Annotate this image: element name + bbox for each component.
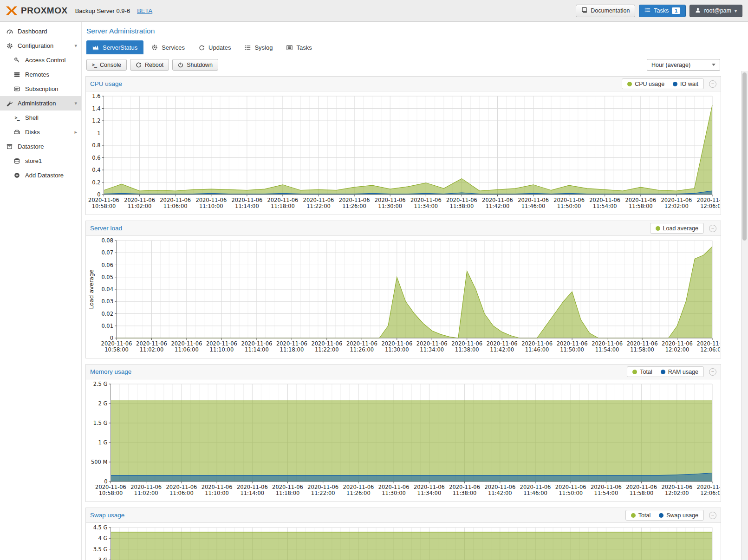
sidebar-item-configuration[interactable]: Configuration ▾ [0, 39, 81, 53]
svg-text:1 G: 1 G [98, 439, 108, 446]
legend-label: CPU usage [635, 81, 664, 87]
sidebar-item-label: store1 [25, 157, 42, 164]
collapse-icon[interactable]: − [709, 512, 716, 519]
beta-link[interactable]: BETA [137, 7, 152, 14]
scrollbar-thumb[interactable] [742, 72, 747, 241]
svg-text:11:50:00: 11:50:00 [559, 490, 583, 496]
legend-label: Total [640, 369, 652, 375]
chevron-down-icon[interactable]: ▾ [74, 100, 77, 106]
svg-text:0.6: 0.6 [92, 155, 100, 161]
panel-body: 00.20.40.60.811.21.41.62020-11-0610:58:0… [86, 91, 721, 215]
tab-updates[interactable]: Updates [193, 40, 237, 54]
console-button[interactable]: >_ Console [86, 59, 127, 71]
memory-usage-chart: 0500 M1 G1.5 G2 G2.5 G2020-11-0610:58:00… [87, 380, 720, 501]
sidebar-item-shell[interactable]: >_ Shell [0, 111, 81, 125]
svg-text:11:38:00: 11:38:00 [450, 203, 474, 209]
reboot-label: Reboot [145, 62, 163, 68]
terminal-icon: >_ [13, 115, 21, 120]
chart-legend: CPU usage IO wait [622, 78, 704, 89]
key-icon [13, 57, 21, 63]
svg-text:2020-11-06: 2020-11-06 [231, 197, 262, 203]
chevron-down-icon[interactable]: ▾ [74, 43, 77, 49]
svg-text:2020-11-06: 2020-11-06 [553, 197, 585, 203]
tasks-button[interactable]: Tasks 1 [639, 5, 686, 17]
sidebar-item-remotes[interactable]: Remotes [0, 67, 81, 82]
sidebar-item-add-datastore[interactable]: Add Datastore [0, 168, 81, 182]
archive-icon [6, 143, 13, 150]
tab-bar: ServerStatus Services Updates Syslog Tas… [86, 40, 721, 54]
panel-header: Swap usage Total Swap usage − [86, 508, 721, 523]
user-menu-button[interactable]: root@pam ▾ [689, 5, 742, 17]
legend-dot [631, 513, 636, 518]
svg-text:11:26:00: 11:26:00 [342, 203, 366, 209]
legend-label: Swap usage [666, 512, 698, 519]
sidebar-item-subscription[interactable]: Subscription [0, 82, 81, 96]
svg-text:2 G: 2 G [98, 400, 108, 407]
sidebar-item-administration[interactable]: Administration ▾ [0, 96, 81, 111]
tab-label: ServerStatus [103, 44, 137, 51]
sidebar-item-disks[interactable]: Disks ▸ [0, 125, 81, 139]
svg-text:1.5 G: 1.5 G [93, 420, 108, 426]
svg-text:11:58:00: 11:58:00 [630, 346, 654, 353]
top-bar: PROXMOX Backup Server 0.9-6 BETA Documen… [0, 0, 748, 22]
svg-text:11:38:00: 11:38:00 [453, 490, 477, 496]
svg-text:11:10:00: 11:10:00 [199, 203, 223, 209]
collapse-icon[interactable]: − [709, 368, 716, 376]
refresh-icon [199, 45, 205, 51]
tab-services[interactable]: Services [145, 40, 191, 54]
chart-legend: Total Swap usage [625, 510, 704, 521]
legend-item: Swap usage [659, 512, 698, 519]
panel-server-load: Server load Load average − 00.010.020.03… [85, 221, 721, 358]
svg-text:3.5 G: 3.5 G [93, 546, 108, 553]
svg-text:11:58:00: 11:58:00 [629, 203, 653, 209]
sidebar-item-dashboard[interactable]: Dashboard [0, 24, 81, 39]
collapse-icon[interactable]: − [709, 225, 716, 232]
svg-text:2020-11-06: 2020-11-06 [124, 197, 155, 203]
scrollbar[interactable] [741, 71, 748, 560]
legend-item: IO wait [673, 81, 698, 87]
product-version: Backup Server 0.9-6 [75, 7, 130, 14]
tab-serverstatus[interactable]: ServerStatus [86, 40, 143, 54]
svg-text:11:26:00: 11:26:00 [350, 346, 374, 353]
timerange-select[interactable]: Hour (average) [647, 59, 720, 71]
svg-text:11:30:00: 11:30:00 [382, 490, 406, 496]
sidebar-item-label: Dashboard [18, 28, 47, 35]
panel-memory-usage: Memory usage Total RAM usage − [85, 364, 721, 502]
legend-label: Total [638, 512, 650, 519]
tab-tasks[interactable]: Tasks [280, 40, 318, 54]
tab-label: Tasks [296, 44, 312, 51]
legend-dot [659, 513, 663, 518]
svg-text:11:18:00: 11:18:00 [276, 490, 300, 496]
reboot-button[interactable]: Reboot [130, 59, 169, 71]
svg-text:0.05: 0.05 [101, 274, 113, 280]
svg-text:2020-11-06: 2020-11-06 [661, 197, 692, 203]
rows-icon [13, 72, 21, 78]
list-icon [644, 7, 650, 14]
documentation-button[interactable]: Documentation [576, 5, 635, 17]
shutdown-button[interactable]: Shutdown [172, 59, 218, 71]
svg-text:11:34:00: 11:34:00 [414, 203, 438, 209]
sidebar-item-access-control[interactable]: Access Control [0, 53, 81, 67]
svg-text:11:30:00: 11:30:00 [378, 203, 402, 209]
sidebar-item-store1[interactable]: store1 [0, 154, 81, 168]
legend-item: CPU usage [627, 81, 664, 87]
panel-cpu-usage: CPU usage CPU usage IO wait − [85, 76, 721, 215]
svg-text:11:22:00: 11:22:00 [315, 346, 339, 353]
chevron-right-icon[interactable]: ▸ [74, 129, 77, 135]
ticket-icon [13, 86, 21, 92]
svg-text:2020-11-06: 2020-11-06 [557, 340, 588, 347]
legend-item: Total [632, 369, 652, 375]
sidebar-item-datastore[interactable]: Datastore [0, 139, 81, 154]
collapse-icon[interactable]: − [709, 80, 716, 88]
book-icon [581, 7, 587, 14]
svg-text:10:58:00: 10:58:00 [104, 346, 129, 353]
panel-title: CPU usage [90, 80, 122, 87]
sidebar-item-label: Administration [18, 100, 56, 107]
svg-text:2020-11-06: 2020-11-06 [339, 197, 370, 203]
svg-text:2020-11-06: 2020-11-06 [697, 484, 720, 490]
svg-text:2020-11-06: 2020-11-06 [160, 197, 191, 203]
svg-text:2020-11-06: 2020-11-06 [414, 484, 445, 490]
tab-syslog[interactable]: Syslog [239, 40, 279, 54]
panel-body: 0500 M1 G1.5 G2 G2.5 G3 G3.5 G4 G4.5 G20… [86, 523, 721, 560]
svg-text:12:02:00: 12:02:00 [665, 346, 689, 353]
